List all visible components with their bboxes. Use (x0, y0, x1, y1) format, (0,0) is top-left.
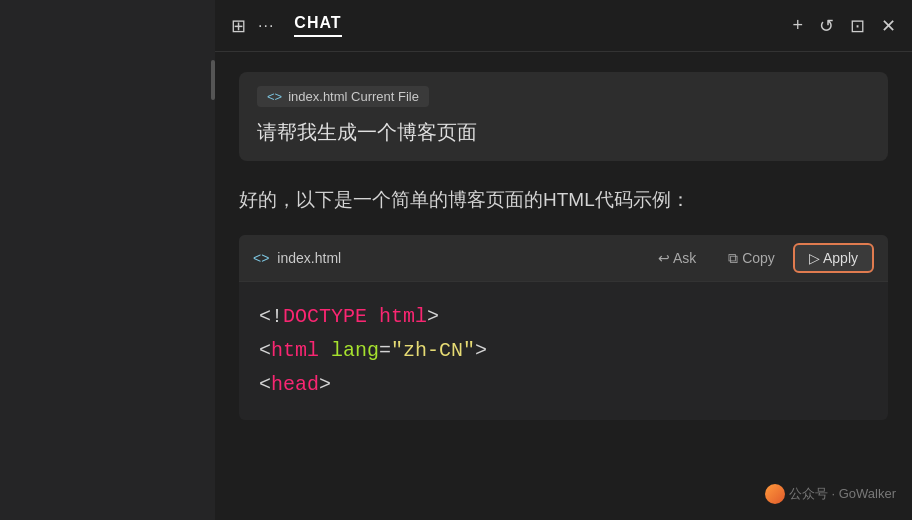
user-message: <> index.html Current File 请帮我生成一个博客页面 (239, 72, 888, 161)
main-panel: ⊞ ··· CHAT + ↺ ⊡ ✕ <> index.html Current… (215, 0, 912, 520)
more-icon[interactable]: ··· (258, 17, 274, 35)
copy-button[interactable]: ⧉ Copy (714, 245, 789, 272)
topbar-left: ⊞ ··· CHAT (231, 14, 350, 37)
user-message-text: 请帮我生成一个博客页面 (257, 117, 870, 147)
topbar-right: + ↺ ⊡ ✕ (792, 15, 896, 37)
code-line-3: <head> (259, 368, 868, 402)
sidebar-scrollbar (211, 60, 215, 100)
ask-button[interactable]: ↩ Ask (644, 245, 710, 271)
topbar: ⊞ ··· CHAT + ↺ ⊡ ✕ (215, 0, 912, 52)
code-block-filename: index.html (277, 250, 635, 266)
add-icon[interactable]: + (792, 15, 803, 36)
expand-icon[interactable]: ⊡ (850, 15, 865, 37)
code-body: <!DOCTYPE html> <html lang="zh-CN"> <hea… (239, 282, 888, 420)
watermark-avatar (765, 484, 785, 504)
tab-chat-label: CHAT (294, 14, 341, 32)
watermark: 公众号 · GoWalker (765, 484, 896, 504)
history-icon[interactable]: ↺ (819, 15, 834, 37)
chat-content: <> index.html Current File 请帮我生成一个博客页面 好… (215, 52, 912, 520)
file-badge-icon: <> (267, 89, 282, 104)
tab-chat-underline (294, 35, 341, 37)
file-badge-text: index.html Current File (288, 89, 419, 104)
code-block-header: <> index.html ↩ Ask ⧉ Copy ▷ Apply (239, 235, 888, 282)
code-block: <> index.html ↩ Ask ⧉ Copy ▷ Apply <!DOC… (239, 235, 888, 420)
code-block-actions: ↩ Ask ⧉ Copy ▷ Apply (644, 243, 874, 273)
watermark-text: 公众号 · GoWalker (789, 485, 896, 503)
assistant-response: 好的，以下是一个简单的博客页面的HTML代码示例： (239, 185, 888, 215)
close-icon[interactable]: ✕ (881, 15, 896, 37)
apply-button[interactable]: ▷ Apply (793, 243, 874, 273)
layout-icon[interactable]: ⊞ (231, 15, 246, 37)
tab-chat[interactable]: CHAT (286, 14, 349, 37)
code-block-icon: <> (253, 250, 269, 266)
code-line-1: <!DOCTYPE html> (259, 300, 868, 334)
sidebar (0, 0, 215, 520)
code-line-2: <html lang="zh-CN"> (259, 334, 868, 368)
file-badge: <> index.html Current File (257, 86, 429, 107)
